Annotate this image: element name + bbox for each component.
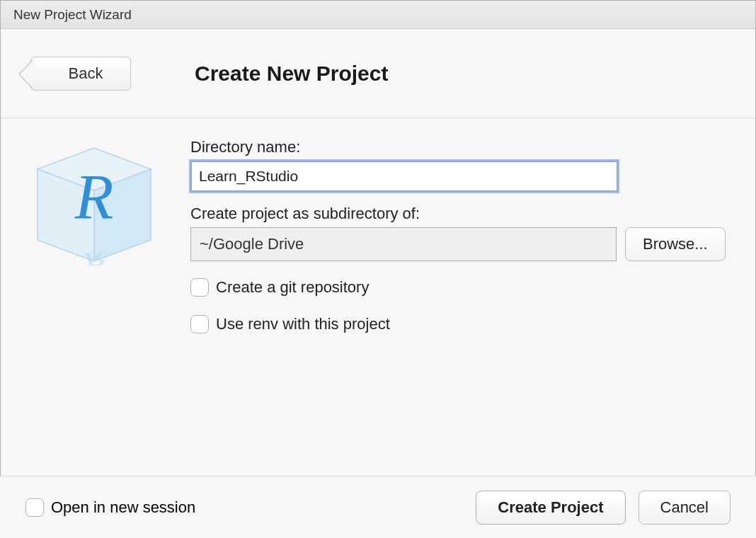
directory-name-label: Directory name: xyxy=(190,138,733,156)
icon-column: R R xyxy=(23,135,190,458)
git-repository-checkbox[interactable] xyxy=(190,278,209,297)
directory-name-input[interactable] xyxy=(190,161,618,192)
browse-button-label: Browse... xyxy=(643,235,708,253)
subdirectory-input[interactable] xyxy=(190,227,617,261)
wizard-header: Back Create New Project xyxy=(1,29,755,118)
open-new-session-checkbox[interactable] xyxy=(25,498,44,517)
browse-button[interactable]: Browse... xyxy=(625,227,726,261)
back-button-label: Back xyxy=(69,64,103,83)
wizard-footer: Open in new session Create Project Cance… xyxy=(0,476,756,538)
back-button[interactable]: Back xyxy=(30,57,131,91)
git-repository-label: Create a git repository xyxy=(216,278,369,297)
renv-checkbox[interactable] xyxy=(190,315,209,333)
cancel-label: Cancel xyxy=(660,498,709,516)
svg-text:R: R xyxy=(82,249,105,269)
open-new-session-label: Open in new session xyxy=(51,498,195,517)
renv-label: Use renv with this project xyxy=(216,315,390,333)
r-project-cube-icon: R R xyxy=(23,141,165,275)
svg-text:R: R xyxy=(74,162,114,232)
window-titlebar: New Project Wizard xyxy=(1,1,755,29)
window-title: New Project Wizard xyxy=(13,7,132,23)
form-column: Directory name: Create project as subdir… xyxy=(190,135,733,458)
create-project-button[interactable]: Create Project xyxy=(476,491,625,525)
cancel-button[interactable]: Cancel xyxy=(638,491,731,525)
content-area: R R Directory name: Create project as su… xyxy=(1,118,755,458)
page-title: Create New Project xyxy=(195,62,388,86)
create-project-label: Create Project xyxy=(498,498,603,516)
subdirectory-label: Create project as subdirectory of: xyxy=(190,205,733,223)
